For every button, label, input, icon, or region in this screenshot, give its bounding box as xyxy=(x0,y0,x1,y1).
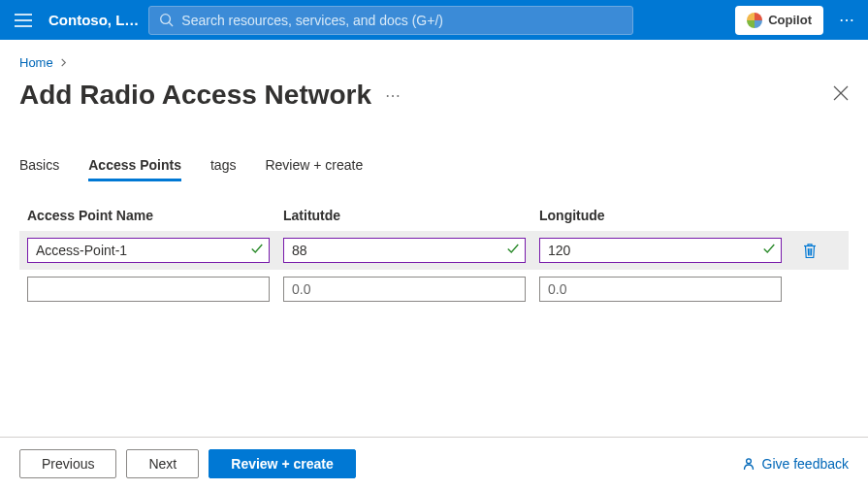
search-box[interactable]: Search resources, services, and docs (G+… xyxy=(148,6,633,35)
next-button[interactable]: Next xyxy=(126,449,199,478)
check-icon xyxy=(506,242,520,259)
breadcrumb-home-link[interactable]: Home xyxy=(19,55,53,70)
access-point-name-cell xyxy=(27,277,270,302)
access-points-grid: Access Point Name Latitutde Longitude xyxy=(19,208,849,309)
column-header-name: Access Point Name xyxy=(27,208,270,223)
tab-tags[interactable]: tags xyxy=(210,151,236,180)
copilot-icon xyxy=(747,13,762,28)
tenant-name[interactable]: Contoso, L… xyxy=(48,12,139,28)
grid-header-row: Access Point Name Latitutde Longitude xyxy=(19,208,849,231)
trash-icon xyxy=(802,243,818,259)
svg-point-3 xyxy=(161,15,171,24)
feedback-icon xyxy=(741,456,756,472)
latitude-cell xyxy=(283,277,526,302)
access-point-name-input[interactable] xyxy=(27,277,270,302)
longitude-cell xyxy=(539,238,782,263)
longitude-input[interactable] xyxy=(539,277,782,302)
search-icon xyxy=(159,13,174,27)
column-header-longitude: Longitude xyxy=(539,208,782,223)
tab-review-create[interactable]: Review + create xyxy=(265,151,363,180)
longitude-cell xyxy=(539,277,782,302)
search-placeholder: Search resources, services, and docs (G+… xyxy=(181,13,443,28)
hamburger-icon xyxy=(15,14,32,27)
latitude-input[interactable] xyxy=(283,238,526,263)
header-more-button[interactable]: ⋯ xyxy=(833,5,860,36)
check-icon xyxy=(250,242,264,259)
give-feedback-link[interactable]: Give feedback xyxy=(741,456,850,472)
close-blade-button[interactable] xyxy=(833,85,849,105)
tab-access-points[interactable]: Access Points xyxy=(88,151,181,180)
portal-header: Contoso, L… Search resources, services, … xyxy=(0,0,868,40)
column-header-latitude: Latitutde xyxy=(283,208,526,223)
delete-row-button[interactable] xyxy=(795,243,824,259)
copilot-button[interactable]: Copilot xyxy=(735,6,823,35)
hamburger-menu-button[interactable] xyxy=(8,5,39,36)
title-more-button[interactable]: ⋯ xyxy=(385,86,401,105)
tab-basics[interactable]: Basics xyxy=(19,151,59,180)
review-create-button[interactable]: Review + create xyxy=(209,449,355,478)
previous-button[interactable]: Previous xyxy=(19,449,116,478)
close-icon xyxy=(833,85,849,101)
title-row: Add Radio Access Network ⋯ xyxy=(19,80,849,111)
page-content: Home Add Radio Access Network ⋯ Basics A… xyxy=(0,40,868,309)
grid-row xyxy=(19,231,849,270)
latitude-cell xyxy=(283,238,526,263)
copilot-label: Copilot xyxy=(768,13,812,27)
give-feedback-label: Give feedback xyxy=(762,456,850,472)
breadcrumb: Home xyxy=(19,55,849,70)
latitude-input[interactable] xyxy=(283,277,526,302)
svg-line-4 xyxy=(170,22,174,26)
grid-row xyxy=(19,270,849,309)
access-point-name-cell xyxy=(27,238,270,263)
tab-strip: Basics Access Points tags Review + creat… xyxy=(19,151,849,180)
svg-point-11 xyxy=(746,459,751,464)
page-title: Add Radio Access Network xyxy=(19,80,371,111)
longitude-input[interactable] xyxy=(539,238,782,263)
access-point-name-input[interactable] xyxy=(27,238,270,263)
chevron-right-icon xyxy=(59,55,68,70)
check-icon xyxy=(762,242,776,259)
wizard-footer: Previous Next Review + create Give feedb… xyxy=(0,437,868,490)
